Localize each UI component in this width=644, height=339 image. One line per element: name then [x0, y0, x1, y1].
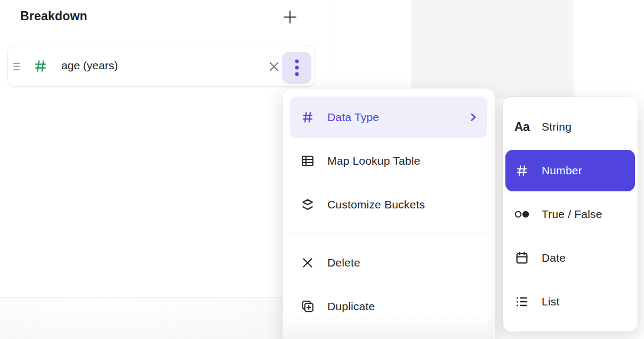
calendar-icon [513, 251, 531, 265]
menu-item-label: Data Type [327, 111, 379, 124]
submenu-item-date[interactable]: Date [505, 237, 635, 279]
menu-item-label: Map Lookup Table [327, 155, 420, 167]
add-breakdown-button[interactable] [279, 6, 301, 28]
menu-item-label: Customize Buckets [327, 198, 425, 211]
kebab-menu-icon [294, 58, 300, 77]
menu-divider [291, 233, 486, 233]
submenu-item-label: List [542, 295, 559, 308]
menu-item-customize-buckets[interactable]: Customize Buckets [290, 184, 487, 225]
hash-icon [300, 110, 316, 125]
plus-icon [282, 9, 298, 25]
content-placeholder-block [411, 0, 574, 99]
menu-item-data-type[interactable]: Data Type [290, 96, 487, 138]
x-icon [300, 256, 316, 270]
remove-field-button[interactable] [264, 57, 284, 76]
table-icon [300, 154, 316, 168]
submenu-item-label: String [542, 120, 571, 133]
list-icon [513, 294, 531, 309]
hash-icon [513, 163, 531, 178]
submenu-item-label: Date [542, 252, 566, 264]
aa-icon: Aa [513, 120, 531, 134]
menu-item-label: Delete [327, 256, 360, 269]
panel-title: Breakdown [20, 9, 87, 23]
menu-item-duplicate[interactable]: Duplicate [290, 286, 487, 327]
submenu-item-list[interactable]: List [505, 281, 635, 322]
app-canvas: Breakdown age (years) [0, 0, 644, 339]
menu-item-map-lookup-table[interactable]: Map Lookup Table [290, 140, 487, 182]
breakdown-field-card[interactable]: age (years) [7, 45, 315, 87]
submenu-item-string[interactable]: Aa String [505, 106, 635, 148]
stack-icon [300, 197, 316, 212]
chevron-right-icon [469, 113, 478, 122]
copy-plus-icon [300, 299, 316, 314]
submenu-item-label: True / False [542, 208, 602, 221]
submenu-item-label: Number [542, 164, 582, 177]
field-label: age (years) [61, 59, 118, 72]
breakdown-panel-header: Breakdown [0, 0, 335, 34]
number-type-hash-icon [33, 58, 49, 74]
field-options-menu: Data Type Map Lookup Table [283, 88, 495, 339]
data-type-submenu: Aa String Number True / False [503, 97, 638, 332]
menu-item-delete[interactable]: Delete [290, 242, 487, 284]
field-options-button[interactable] [282, 52, 311, 84]
toggle-circles-icon [513, 209, 531, 219]
drag-handle[interactable] [12, 60, 21, 74]
submenu-item-number[interactable]: Number [505, 150, 635, 191]
submenu-item-true-false[interactable]: True / False [505, 193, 635, 235]
menu-item-label: Duplicate [327, 300, 375, 313]
close-icon [267, 60, 281, 74]
